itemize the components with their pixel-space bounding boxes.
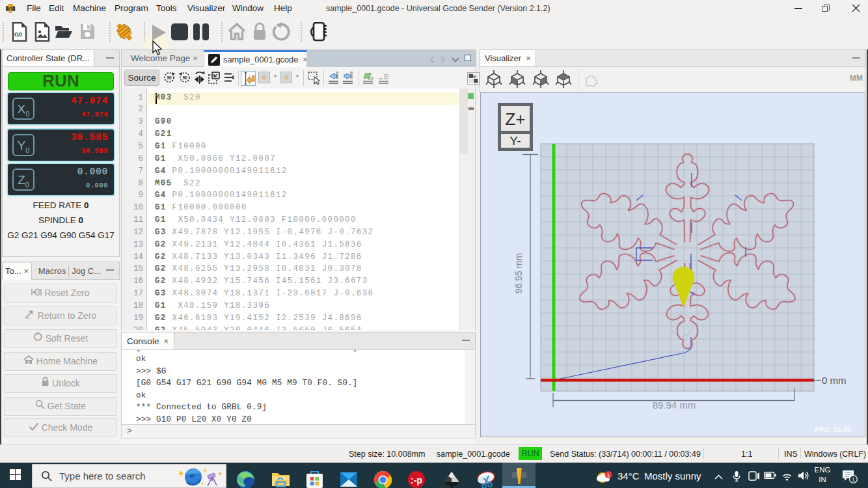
svg-text:1: 1 <box>607 472 610 478</box>
svg-text:Z+: Z+ <box>505 109 525 129</box>
svg-text:90: 90 <box>182 75 187 80</box>
svg-text:90: 90 <box>167 75 172 80</box>
svg-text:G0: G0 <box>14 31 22 38</box>
svg-text:UGS: UGS <box>5 7 16 11</box>
svg-text:89.94 mm: 89.94 mm <box>653 400 696 411</box>
svg-text::-p: :-p <box>411 475 422 485</box>
svg-text:Y-: Y- <box>509 134 521 148</box>
svg-text:96.95 mm: 96.95 mm <box>513 253 524 293</box>
svg-text:1: 1 <box>852 476 855 483</box>
svg-text:0 mm: 0 mm <box>822 375 847 386</box>
svg-text:FPS: 15.06: FPS: 15.06 <box>815 426 851 433</box>
